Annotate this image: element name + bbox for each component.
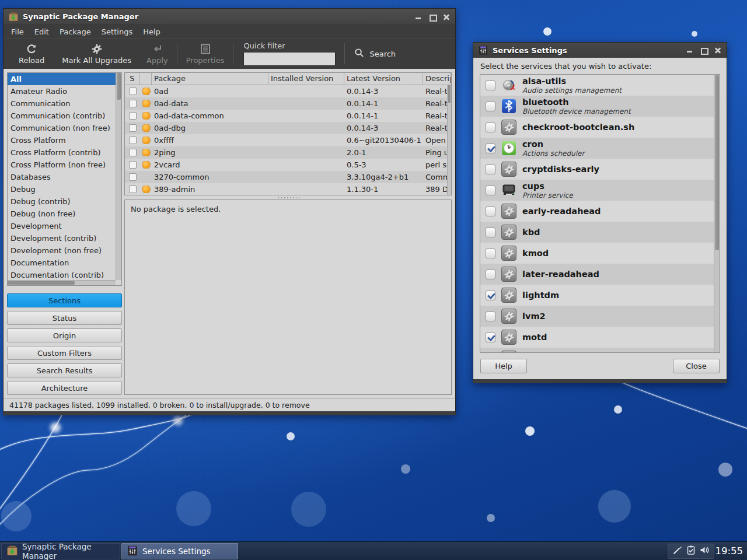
table-row[interactable]: 2vcard0.5-3perl scrip: [125, 159, 451, 171]
sections-filter-button[interactable]: Sections: [7, 293, 122, 307]
synaptic-titlebar[interactable]: Synaptic Package Manager: [4, 9, 455, 24]
column-header-installed[interactable]: Installed Version: [268, 73, 344, 85]
service-checkbox[interactable]: [486, 290, 495, 300]
stylus-icon[interactable]: [672, 545, 683, 558]
menu-package[interactable]: Package: [54, 26, 96, 38]
table-row[interactable]: 0ad0.0.14-3Real-time: [125, 85, 451, 97]
package-checkbox[interactable]: [129, 100, 137, 107]
services-scrollbar[interactable]: [714, 75, 720, 352]
section-item[interactable]: Development (non free): [8, 244, 121, 257]
menu-file[interactable]: File: [6, 26, 29, 38]
section-item-all[interactable]: All: [8, 73, 121, 85]
column-header-status[interactable]: S: [125, 73, 140, 85]
section-item[interactable]: Amateur Radio: [8, 85, 121, 97]
search-results-button[interactable]: Search Results: [7, 363, 122, 377]
service-row-lvm2[interactable]: lvm2: [480, 306, 720, 327]
clipboard-icon[interactable]: [686, 545, 696, 558]
column-header-latest[interactable]: Latest Version: [344, 73, 423, 85]
menu-settings[interactable]: Settings: [96, 26, 138, 38]
column-header-package[interactable]: Package: [152, 73, 268, 85]
package-checkbox[interactable]: [129, 88, 137, 95]
section-item[interactable]: Debug (contrib): [8, 195, 121, 208]
service-checkbox[interactable]: [486, 80, 495, 90]
table-row[interactable]: 0ad-data-common0.0.14-1Real-time: [125, 110, 451, 122]
section-item[interactable]: Debug (non free): [8, 208, 121, 220]
sections-vertical-scrollbar[interactable]: [116, 73, 121, 280]
pane-splitter[interactable]: [124, 195, 452, 200]
section-item[interactable]: Communication: [8, 97, 121, 110]
package-checkbox[interactable]: [129, 124, 137, 132]
minimize-button[interactable]: [686, 46, 694, 54]
service-row-motd[interactable]: motd: [480, 327, 720, 348]
sections-horizontal-scrollbar[interactable]: [8, 280, 116, 285]
service-checkbox[interactable]: [486, 270, 495, 279]
quick-filter-input[interactable]: [243, 52, 336, 66]
service-row-later-readahead[interactable]: later-readahead: [480, 264, 720, 285]
service-checkbox[interactable]: [486, 144, 495, 153]
volume-icon[interactable]: [699, 545, 710, 558]
service-row-kbd[interactable]: kbd: [480, 222, 720, 243]
service-row-cron[interactable]: cronActions scheduler: [480, 138, 720, 159]
package-checkbox[interactable]: [129, 149, 137, 156]
column-header-description[interactable]: Description: [423, 73, 451, 85]
menu-edit[interactable]: Edit: [29, 26, 54, 38]
service-row-lightdm[interactable]: lightdm: [480, 285, 720, 306]
section-item[interactable]: Debug: [8, 183, 121, 195]
maximize-button[interactable]: [700, 46, 708, 54]
section-item[interactable]: Cross Platform: [8, 134, 121, 146]
service-checkbox[interactable]: [486, 332, 495, 342]
table-row[interactable]: 3270-common3.3.10ga4-2+b1Common f: [125, 171, 451, 183]
service-checkbox[interactable]: [486, 164, 495, 174]
service-row-early-readahead[interactable]: early-readahead: [480, 201, 720, 222]
package-table-scrollbar[interactable]: [447, 85, 451, 195]
table-row[interactable]: 2ping2.0-1Ping utilit: [125, 146, 451, 159]
service-checkbox[interactable]: [486, 249, 495, 258]
section-item[interactable]: Cross Platform (contrib): [8, 146, 121, 159]
service-checkbox[interactable]: [486, 186, 495, 195]
taskbar-item-services[interactable]: Services Settings: [121, 543, 238, 559]
column-header-icon[interactable]: [140, 73, 152, 85]
service-checkbox[interactable]: [486, 102, 495, 111]
service-checkbox[interactable]: [486, 312, 495, 321]
section-item[interactable]: Documentation (contrib): [8, 269, 121, 281]
service-checkbox[interactable]: [486, 206, 495, 216]
search-button[interactable]: Search: [354, 47, 396, 60]
table-row[interactable]: 389-admin1.1.30-1389 Direc: [125, 183, 451, 195]
mark-all-upgrades-button[interactable]: Mark All Upgrades: [62, 43, 131, 65]
origin-filter-button[interactable]: Origin: [7, 328, 122, 342]
clock[interactable]: 19:55: [715, 542, 743, 560]
minimize-button[interactable]: [414, 13, 423, 21]
close-button[interactable]: [442, 13, 451, 21]
package-checkbox[interactable]: [129, 161, 137, 169]
properties-button[interactable]: Properties: [186, 43, 225, 65]
reload-button[interactable]: Reload: [19, 43, 44, 65]
status-filter-button[interactable]: Status: [7, 311, 122, 325]
service-row-kmod[interactable]: kmod: [480, 243, 720, 264]
service-row-bluetooth[interactable]: bluetoothBluetooth device management: [480, 96, 720, 117]
close-button[interactable]: Close: [673, 359, 720, 373]
package-checkbox[interactable]: [129, 186, 137, 193]
package-checkbox[interactable]: [129, 112, 137, 120]
section-item[interactable]: Cross Platform (non free): [8, 159, 121, 171]
table-row[interactable]: 0ad-dbg0.0.14-3Real-time: [125, 122, 451, 134]
section-item[interactable]: Development (contrib): [8, 232, 121, 244]
section-item[interactable]: Communication (contrib): [8, 110, 121, 122]
maximize-button[interactable]: [428, 13, 437, 21]
apply-button[interactable]: Apply: [146, 43, 168, 65]
table-row[interactable]: 0ad-data0.0.14-1Real-time: [125, 97, 451, 110]
service-checkbox[interactable]: [486, 228, 495, 237]
section-item[interactable]: Development: [8, 220, 121, 232]
service-row-alsa-utils[interactable]: alsa-utilsAudio settings management: [480, 75, 720, 96]
architecture-button[interactable]: Architecture: [7, 381, 122, 395]
menu-help[interactable]: Help: [138, 26, 166, 38]
services-titlebar[interactable]: Services Settings: [473, 43, 727, 58]
service-checkbox[interactable]: [486, 123, 495, 132]
package-checkbox[interactable]: [129, 173, 137, 181]
service-row-cryptdisks[interactable]: cryptdisks-early: [480, 159, 720, 180]
close-icon[interactable]: [714, 46, 722, 54]
package-checkbox[interactable]: [129, 136, 137, 144]
service-row-cups[interactable]: cupsPrinter service: [480, 180, 720, 201]
table-row[interactable]: 0xffff0.6~git20130406-1Open Free: [125, 134, 451, 146]
custom-filters-button[interactable]: Custom Filters: [7, 346, 122, 360]
help-button[interactable]: Help: [480, 359, 527, 373]
